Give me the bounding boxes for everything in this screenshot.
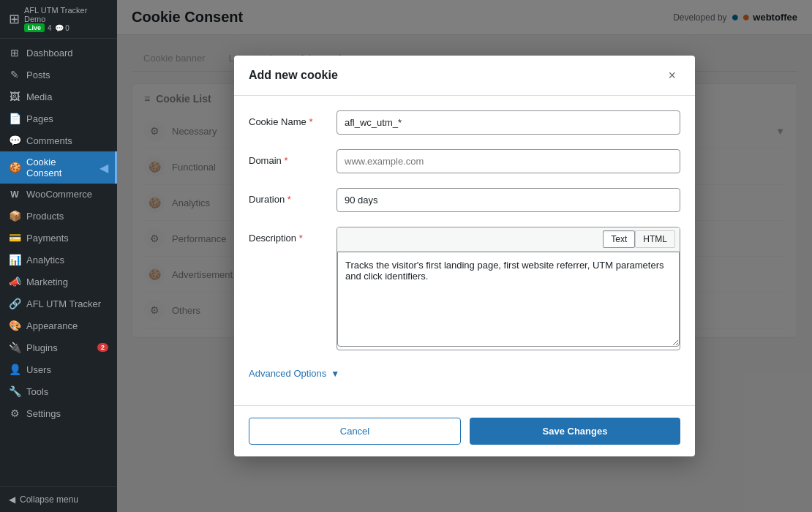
save-changes-button[interactable]: Save Changes [470,418,680,445]
afl-utm-tracker-icon: 🔗 [9,298,20,309]
domain-wrap [337,149,680,173]
sidebar-item-label: Users [26,364,51,375]
sidebar-item-cookie-consent[interactable]: 🍪 Cookie Consent ◀ [0,151,117,184]
sidebar-item-tools[interactable]: 🔧 Tools [0,380,117,402]
sidebar-item-posts[interactable]: ✎ Posts [0,64,117,86]
comments-icon: 💬 [9,135,20,146]
required-star: * [309,116,312,127]
sidebar-item-label: Products [26,211,64,222]
required-star-duration: * [287,194,291,205]
sidebar-item-label: Cookie Consent [26,157,94,178]
users-icon: 👤 [9,364,20,375]
cookie-name-group: Cookie Name * [249,110,680,135]
sidebar-item-appearance[interactable]: 🎨 Appearance [0,315,117,336]
cookie-name-input[interactable] [337,110,680,135]
main-content: Cookie Consent Developed by ● ● webtoffe… [117,0,812,512]
sidebar-item-label: Media [26,91,52,102]
sidebar-logo: ⊞ AFL UTM Tracker Demo Live 4 💬 0 [0,0,117,39]
site-name: AFL UTM Tracker Demo [24,6,108,23]
html-mode-button[interactable]: HTML [635,230,675,248]
advanced-options-label: Advanced Options [249,368,326,379]
collapse-icon: ◀ [9,494,15,505]
chevron-down-icon: ▼ [331,369,339,379]
pages-icon: 📄 [9,113,20,124]
cancel-button[interactable]: Cancel [249,418,461,445]
plugins-icon: 🔌 [9,342,20,353]
site-status: Live 4 💬 0 [24,23,108,32]
collapse-label: Collapse menu [20,494,78,505]
sidebar-item-label: Plugins [26,342,58,353]
updates-count: 4 [48,24,52,32]
cookie-name-wrap [337,110,680,135]
modal-body: Cookie Name * Domain * [234,96,695,405]
sidebar-item-pages[interactable]: 📄 Pages [0,108,117,129]
sidebar-item-plugins[interactable]: 🔌 Plugins 2 [0,336,117,358]
domain-input[interactable] [337,149,680,173]
description-toolbar: Text HTML [337,227,680,252]
domain-group: Domain * [249,149,680,173]
products-icon: 📦 [9,210,20,222]
duration-input[interactable] [337,188,680,212]
woocommerce-icon: W [9,189,20,200]
sidebar-item-media[interactable]: 🖼 Media [0,86,117,108]
required-star-domain: * [284,155,287,166]
sidebar: ⊞ AFL UTM Tracker Demo Live 4 💬 0 ⊞ Dash… [0,0,117,512]
dashboard-icon: ⊞ [9,47,20,59]
sidebar-item-label: AFL UTM Tracker [26,298,101,309]
settings-icon: ⚙ [9,407,20,419]
sidebar-item-label: Posts [26,69,50,80]
wp-logo-icon: ⊞ [9,11,20,27]
description-wrap: Text HTML Tracks the visitor's first lan… [337,227,680,350]
sidebar-item-label: Tools [26,386,48,397]
sidebar-item-dashboard[interactable]: ⊞ Dashboard [0,42,117,64]
description-textarea[interactable]: Tracks the visitor's first landing page,… [337,252,680,347]
advanced-options-toggle[interactable]: Advanced Options ▼ [249,365,680,391]
sidebar-item-label: WooCommerce [26,189,92,200]
duration-wrap [337,188,680,212]
posts-icon: ✎ [9,69,20,80]
sidebar-item-woocommerce[interactable]: W WooCommerce [0,184,117,205]
description-group: Description * Text HTML Tracks the visit… [249,227,680,350]
appearance-icon: 🎨 [9,320,20,331]
add-cookie-modal: Add new cookie × Cookie Name * [234,56,695,456]
sidebar-item-analytics[interactable]: 📊 Analytics [0,249,117,271]
modal-close-button[interactable]: × [663,67,680,83]
live-badge: Live [24,23,45,32]
cookie-consent-icon: 🍪 [9,162,20,173]
payments-icon: 💳 [9,232,20,244]
description-area: Text HTML Tracks the visitor's first lan… [337,227,680,350]
sidebar-item-label: Dashboard [26,48,73,59]
plugins-badge: 2 [97,343,108,352]
analytics-icon: 📊 [9,254,20,266]
cookie-name-label: Cookie Name * [249,110,322,127]
sidebar-item-payments[interactable]: 💳 Payments [0,227,117,249]
sidebar-item-marketing[interactable]: 📣 Marketing [0,271,117,293]
sidebar-item-label: Payments [26,233,69,244]
duration-group: Duration * [249,188,680,212]
modal-overlay: Add new cookie × Cookie Name * [117,0,812,512]
sidebar-item-label: Analytics [26,255,64,266]
required-star-desc: * [299,233,303,244]
media-icon: 🖼 [9,91,20,102]
sidebar-nav: ⊞ Dashboard ✎ Posts 🖼 Media 📄 Pages 💬 Co… [0,39,117,486]
duration-label: Duration * [249,188,322,205]
modal-title: Add new cookie [249,69,338,82]
sidebar-item-label: Marketing [26,276,68,287]
marketing-icon: 📣 [9,276,20,287]
description-label: Description * [249,227,322,244]
domain-label: Domain * [249,149,322,166]
sidebar-item-label: Pages [26,113,53,124]
tools-icon: 🔧 [9,385,20,397]
sidebar-item-products[interactable]: 📦 Products [0,205,117,227]
sidebar-item-afl-utm-tracker[interactable]: 🔗 AFL UTM Tracker [0,293,117,315]
sidebar-item-settings[interactable]: ⚙ Settings [0,402,117,424]
modal-header: Add new cookie × [234,56,695,96]
sidebar-item-comments[interactable]: 💬 Comments [0,129,117,151]
text-mode-button[interactable]: Text [603,230,635,248]
modal-footer: Cancel Save Changes [234,405,695,456]
comments-count: 💬 0 [55,24,69,32]
sidebar-item-label: Comments [26,135,72,146]
sidebar-item-label: Settings [26,408,61,419]
collapse-menu-button[interactable]: ◀ Collapse menu [0,486,117,512]
sidebar-item-users[interactable]: 👤 Users [0,358,117,380]
